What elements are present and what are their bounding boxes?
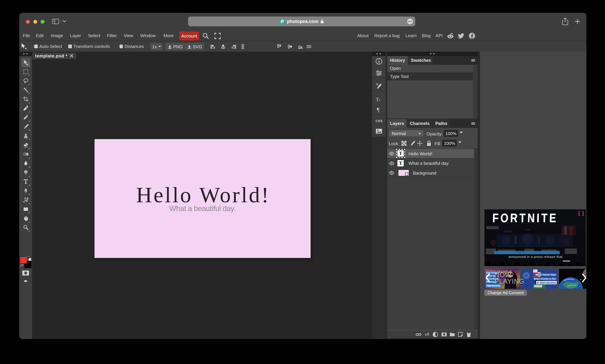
menu-view[interactable]: View: [124, 30, 133, 41]
opacity-value[interactable]: 100%: [444, 130, 458, 137]
type-tool[interactable]: [21, 177, 30, 186]
adjustment-icon[interactable]: [432, 331, 438, 337]
minimize-window-button[interactable]: [33, 20, 37, 24]
link-blog[interactable]: Blog: [422, 30, 431, 41]
lock-all-icon[interactable]: [425, 140, 432, 146]
menu-file[interactable]: File: [23, 30, 30, 41]
align-bottom-icon[interactable]: [298, 44, 303, 49]
close-tab-icon[interactable]: [70, 54, 73, 58]
close-window-button[interactable]: [26, 20, 30, 24]
link-layers-icon[interactable]: [416, 331, 421, 337]
history-item[interactable]: Type Tool: [387, 73, 473, 80]
layers-panel-menu-icon[interactable]: [471, 119, 475, 128]
sidebar-toggle-icon[interactable]: [52, 18, 59, 24]
opacity-slider-arrow[interactable]: [459, 131, 463, 135]
layer-visibility-icon[interactable]: [389, 161, 394, 166]
spot-healing-tool[interactable]: [21, 113, 30, 122]
tab-layers[interactable]: Layers: [387, 119, 407, 128]
clone-stamp-tool[interactable]: [21, 131, 30, 140]
menu-select[interactable]: Select: [88, 30, 100, 41]
url-more-button[interactable]: •••: [407, 18, 413, 24]
layer-row[interactable]: TWhat a beautiful day.: [387, 158, 474, 168]
align-top-icon[interactable]: [277, 44, 282, 49]
document-canvas[interactable]: Hello World! What a beautiful day.: [94, 139, 310, 258]
tab-swatches[interactable]: Swatches: [408, 56, 434, 65]
distribute-v-icon[interactable]: [240, 44, 245, 49]
zoom-window-button[interactable]: [40, 20, 44, 24]
menu-layer[interactable]: Layer: [70, 30, 81, 41]
hand-tool[interactable]: [21, 214, 30, 223]
brush-tool[interactable]: [21, 122, 30, 131]
history-scrollbar[interactable]: [473, 65, 478, 118]
history-item[interactable]: Open: [387, 65, 473, 72]
pen-tool[interactable]: [21, 186, 30, 195]
link-report-a-bug[interactable]: Report a bug: [374, 30, 399, 41]
twitter-icon[interactable]: [458, 32, 464, 39]
screen-mode-button[interactable]: [24, 280, 27, 282]
delete-layer-icon[interactable]: [466, 331, 472, 337]
carousel-prev-icon[interactable]: [485, 273, 490, 282]
fill-value[interactable]: 100%: [442, 140, 457, 146]
group-icon[interactable]: [449, 331, 455, 337]
layers-scrollbar[interactable]: [474, 148, 478, 330]
lock-transparency-icon[interactable]: [400, 140, 407, 146]
export-svg-button[interactable]: SVG: [185, 43, 205, 50]
menu-edit[interactable]: Edit: [36, 30, 44, 41]
tab-paths[interactable]: Paths: [433, 119, 450, 128]
blur-tool[interactable]: [21, 159, 30, 168]
align-left-icon[interactable]: [210, 44, 215, 49]
tab-channels[interactable]: Channels: [407, 119, 433, 128]
layer-row[interactable]: THello World!: [387, 149, 474, 158]
lock-paint-icon[interactable]: [409, 140, 416, 146]
ad-video[interactable]: FORTNITE [ ] announced in a press releas…: [485, 209, 586, 266]
fullscreen-icon[interactable]: [214, 33, 221, 39]
fill-slider-arrow[interactable]: [458, 141, 461, 145]
menu-filter[interactable]: Filter: [107, 30, 117, 41]
rectangle-tool[interactable]: [21, 205, 30, 214]
adjustments-icon[interactable]: [372, 67, 386, 79]
panels-collapse-handle[interactable]: > <: [387, 52, 478, 56]
chevron-down-icon[interactable]: [62, 20, 66, 23]
auto-select-checkbox[interactable]: [34, 45, 38, 48]
align-right-icon[interactable]: [232, 44, 236, 49]
layer-visibility-icon[interactable]: [389, 151, 394, 156]
new-tab-icon[interactable]: [574, 19, 580, 24]
layer-row[interactable]: Background: [387, 168, 474, 178]
menu-window[interactable]: Window: [140, 30, 156, 41]
mask-icon[interactable]: [441, 331, 447, 337]
link-about[interactable]: About: [357, 30, 369, 41]
color-swatches[interactable]: [19, 257, 32, 271]
zoom-select[interactable]: 1x: [150, 43, 163, 50]
align-middle-icon[interactable]: [287, 44, 292, 49]
align-center-h-icon[interactable]: [221, 44, 226, 49]
export-png-button[interactable]: PNG: [166, 43, 185, 50]
menu-more[interactable]: More: [164, 30, 174, 41]
reddit-icon[interactable]: [447, 32, 454, 39]
carousel-next-icon[interactable]: [581, 273, 586, 282]
layer-thumbnail[interactable]: [398, 169, 409, 176]
layer-visibility-icon[interactable]: [389, 170, 394, 176]
layer-thumbnail[interactable]: T: [397, 159, 404, 167]
browser-titlebar[interactable]: photopea.com •••: [19, 13, 586, 30]
new-layer-icon[interactable]: [457, 331, 463, 337]
info-icon[interactable]: [372, 55, 386, 67]
document-tab[interactable]: template.psd *: [32, 52, 76, 59]
gradient-tool[interactable]: [21, 150, 30, 159]
magic-wand-tool[interactable]: [21, 85, 30, 94]
transform-controls-checkbox[interactable]: [68, 45, 72, 48]
tab-history[interactable]: History: [387, 56, 408, 65]
rectangle-select-tool[interactable]: [21, 67, 30, 76]
account-button[interactable]: Account: [179, 31, 199, 40]
history-panel-menu-icon[interactable]: [471, 56, 475, 65]
swap-colors-icon[interactable]: [20, 264, 25, 268]
layer-thumbnail[interactable]: T: [397, 150, 404, 157]
ad-thumbnail-biden[interactable]: White House SaysBiden Intends to RunIn 2…: [522, 269, 557, 289]
lock-move-icon[interactable]: [417, 140, 423, 146]
direct-select-tool[interactable]: [21, 195, 30, 205]
effects-label[interactable]: eff: [424, 331, 430, 337]
eyedropper-tool[interactable]: [21, 104, 30, 113]
link-api[interactable]: API: [436, 30, 443, 41]
distances-checkbox[interactable]: [119, 45, 123, 48]
crop-tool[interactable]: [21, 94, 30, 104]
facebook-icon[interactable]: [468, 32, 475, 39]
